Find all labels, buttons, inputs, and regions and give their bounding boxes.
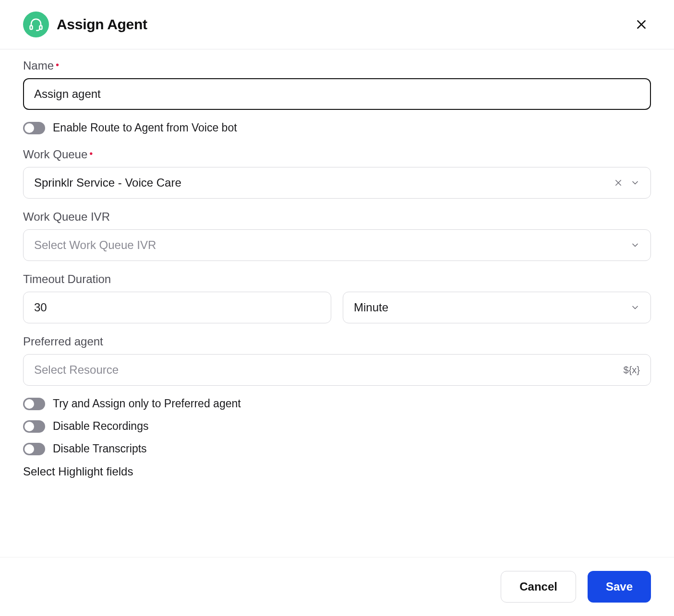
chevron-down-icon[interactable]	[630, 240, 640, 250]
enable-route-label: Enable Route to Agent from Voice bot	[53, 121, 237, 134]
field-work-queue: Work Queue • Sprinklr Service - Voice Ca…	[23, 148, 651, 199]
disable-recordings-label: Disable Recordings	[53, 420, 148, 433]
headset-icon	[23, 12, 49, 37]
variable-hint[interactable]: ${x}	[624, 365, 640, 376]
chevron-down-icon[interactable]	[630, 178, 640, 188]
clear-icon[interactable]	[614, 178, 623, 187]
name-input[interactable]	[23, 78, 651, 110]
dialog-title: Assign Agent	[57, 16, 147, 33]
work-queue-icons	[614, 178, 640, 188]
timeout-unit-value: Minute	[354, 301, 630, 314]
work-queue-label: Work Queue •	[23, 148, 93, 161]
field-preferred-agent: Preferred agent Select Resource ${x}	[23, 335, 651, 386]
enable-route-toggle[interactable]	[23, 122, 45, 134]
disable-transcripts-label: Disable Transcripts	[53, 442, 147, 455]
dialog-header: Assign Agent	[0, 0, 674, 49]
form-body: Name • Enable Route to Agent from Voice …	[0, 49, 674, 557]
header-left: Assign Agent	[23, 12, 147, 37]
required-indicator: •	[56, 60, 59, 70]
dialog-footer: Cancel Save	[0, 557, 674, 616]
cancel-button[interactable]: Cancel	[501, 571, 576, 603]
try-assign-label: Try and Assign only to Preferred agent	[53, 397, 241, 410]
preferred-agent-select[interactable]: Select Resource ${x}	[23, 354, 651, 386]
name-label: Name •	[23, 59, 59, 72]
svg-rect-1	[40, 26, 42, 30]
disable-transcripts-row: Disable Transcripts	[23, 442, 651, 455]
required-indicator: •	[89, 149, 93, 158]
enable-route-row: Enable Route to Agent from Voice bot	[23, 121, 651, 134]
work-queue-ivr-label: Work Queue IVR	[23, 210, 110, 224]
field-name: Name •	[23, 59, 651, 110]
timeout-row: Minute	[23, 292, 651, 323]
svg-rect-0	[30, 26, 33, 30]
timeout-unit-icons	[630, 303, 640, 312]
chevron-down-icon[interactable]	[630, 303, 640, 312]
work-queue-ivr-placeholder: Select Work Queue IVR	[34, 238, 630, 252]
field-work-queue-ivr: Work Queue IVR Select Work Queue IVR	[23, 210, 651, 261]
timeout-label: Timeout Duration	[23, 272, 111, 286]
field-highlight: Select Highlight fields	[23, 465, 651, 484]
name-label-text: Name	[23, 59, 54, 72]
preferred-agent-label: Preferred agent	[23, 335, 103, 348]
work-queue-ivr-select[interactable]: Select Work Queue IVR	[23, 229, 651, 261]
timeout-value-input[interactable]	[23, 292, 331, 323]
timeout-unit-select[interactable]: Minute	[343, 292, 651, 323]
work-queue-select[interactable]: Sprinklr Service - Voice Care	[23, 167, 651, 199]
try-assign-row: Try and Assign only to Preferred agent	[23, 397, 651, 410]
disable-transcripts-toggle[interactable]	[23, 443, 45, 455]
highlight-fields-label: Select Highlight fields	[23, 465, 133, 478]
work-queue-label-text: Work Queue	[23, 148, 87, 161]
save-button[interactable]: Save	[588, 571, 651, 603]
preferred-agent-placeholder: Select Resource	[34, 363, 624, 377]
close-button[interactable]	[632, 15, 651, 34]
work-queue-ivr-icons	[630, 240, 640, 250]
work-queue-value: Sprinklr Service - Voice Care	[34, 176, 614, 190]
field-timeout: Timeout Duration Minute	[23, 272, 651, 323]
disable-recordings-toggle[interactable]	[23, 420, 45, 433]
disable-recordings-row: Disable Recordings	[23, 420, 651, 433]
try-assign-toggle[interactable]	[23, 398, 45, 410]
